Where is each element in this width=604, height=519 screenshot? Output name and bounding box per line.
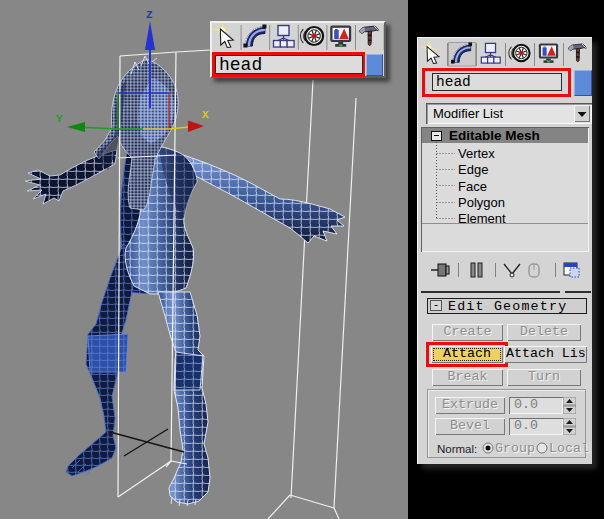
svg-text:Z: Z — [146, 9, 153, 21]
svg-text:X: X — [202, 109, 209, 121]
svg-text:Y: Y — [56, 113, 63, 125]
